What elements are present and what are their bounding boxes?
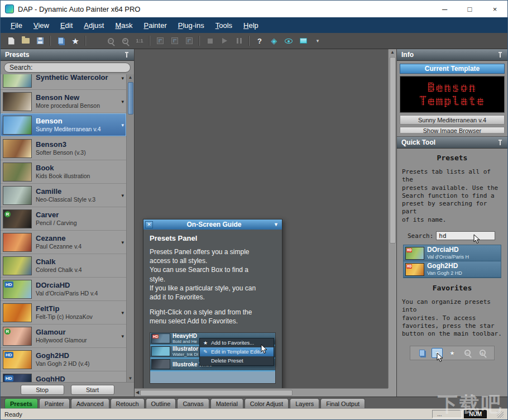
tab-painter[interactable]: Painter bbox=[39, 398, 70, 408]
preset-row-benson-new[interactable]: Benson NewMore procedural Benson▾ bbox=[1, 90, 126, 113]
preset-row-felttip[interactable]: FeltTipFelt-Tip (c) HonzaKov▾ bbox=[1, 301, 126, 324]
scrollbar-thumb[interactable] bbox=[140, 390, 292, 396]
preset-row-goghhd[interactable]: HDGoghHDVan Gogh HD (Church)▾ bbox=[1, 371, 126, 382]
scrollbar-thumb[interactable] bbox=[390, 57, 396, 244]
qt-zoom-out-button[interactable]: − bbox=[462, 348, 473, 358]
canvas-vertical-scrollbar[interactable]: ▲ bbox=[388, 49, 396, 388]
qt-result-dorciahd[interactable]: HDDOrciaHDVal d'Orcia/Paris H bbox=[404, 245, 501, 261]
presets-search-input[interactable]: Search: bbox=[4, 63, 131, 73]
tab-final-output[interactable]: Final Output bbox=[320, 398, 365, 408]
stop-button[interactable]: Stop bbox=[21, 385, 64, 395]
menu-item-plug-ins[interactable]: Plug-ins bbox=[172, 19, 210, 32]
layers-view-button[interactable]: ◈ bbox=[267, 34, 281, 47]
scroll-down-icon[interactable]: ▼ bbox=[128, 375, 133, 382]
tab-retouch[interactable]: Retouch bbox=[111, 398, 145, 408]
minimize-button[interactable]: ─ bbox=[432, 1, 457, 17]
guide-close-icon[interactable]: ✕ bbox=[145, 221, 153, 228]
guide-collapse-icon[interactable]: ▼ bbox=[274, 222, 279, 227]
qt-search-results: HDDOrciaHDVal d'Orcia/Paris HHDGogh2HDVa… bbox=[403, 245, 501, 278]
qt-result-gogh2hd[interactable]: HDGogh2HDVan Gogh 2 HD bbox=[404, 261, 501, 278]
menu-item-help[interactable]: Help bbox=[238, 19, 264, 32]
preset-row-synthetic-watercolor[interactable]: Synthetic Watercolor▾ bbox=[1, 74, 126, 90]
scrollbar-thumb[interactable] bbox=[128, 82, 133, 114]
preset-row-gogh2hd[interactable]: HDGogh2HDVan Gogh 2 HD (v.4) bbox=[1, 348, 126, 371]
qt-zoom-in-button[interactable]: + bbox=[477, 348, 488, 358]
start-button[interactable]: Start bbox=[71, 385, 114, 395]
preset-row-carver[interactable]: RCarverPencil / Carving bbox=[1, 207, 126, 231]
preset-menu-arrow-icon[interactable]: ▾ bbox=[121, 240, 124, 245]
menu-item-view[interactable]: View bbox=[28, 19, 55, 32]
pin-icon[interactable] bbox=[497, 51, 503, 58]
preset-description: Neo-Classical Style v.3 bbox=[36, 196, 95, 203]
preset-row-benson3[interactable]: Benson3Softer Benson (v.3) bbox=[1, 137, 126, 160]
menu-item-tools[interactable]: Tools bbox=[210, 19, 238, 32]
tab-material[interactable]: Material bbox=[210, 398, 243, 408]
menu-item-edit[interactable]: Edit bbox=[55, 19, 78, 32]
preset-row-glamour[interactable]: RGlamourHollywood Glamour▾ bbox=[1, 324, 126, 348]
preset-row-chalk[interactable]: ChalkColored Chalk v.4 bbox=[1, 254, 126, 278]
preset-row-dorciahd[interactable]: HDDOrciaHDVal d'Orcia/Paris HD v.4 bbox=[1, 278, 126, 301]
preset-name: Synthetic Watercolor bbox=[36, 74, 108, 82]
duplicate-button[interactable] bbox=[54, 34, 68, 47]
new-document-button[interactable] bbox=[4, 34, 18, 47]
qt-favorites-button[interactable]: ★ bbox=[432, 348, 443, 358]
context-menu-item-edit-in-template-editor[interactable]: ✎Edit in Template Editor bbox=[200, 347, 274, 356]
tab-canvas[interactable]: Canvas bbox=[177, 398, 209, 408]
preset-description: Paul Cezanne v.4 bbox=[36, 243, 82, 250]
menu-item-painter[interactable]: Painter bbox=[138, 19, 172, 32]
qt-search-input[interactable]: hd bbox=[436, 231, 495, 240]
preset-menu-arrow-icon[interactable]: ▾ bbox=[121, 380, 124, 382]
maximize-button[interactable]: □ bbox=[457, 1, 482, 17]
menu-item-file[interactable]: File bbox=[5, 19, 28, 32]
preset-rows: Synthetic Watercolor▾Benson NewMore proc… bbox=[1, 74, 126, 382]
preset-menu-arrow-icon[interactable]: ▾ bbox=[121, 99, 124, 104]
guide-title-bar: ✕ On-Screen Guide ▼ bbox=[143, 219, 282, 230]
qt-favorites-edit-button[interactable]: ★ bbox=[447, 348, 458, 358]
toolbar-options-icon: ▾ bbox=[317, 38, 319, 44]
preset-list-scrollbar[interactable]: ▲ ▼ bbox=[126, 74, 134, 382]
qt-duplicate-button[interactable] bbox=[416, 348, 428, 358]
preview-button[interactable] bbox=[281, 34, 296, 47]
help-button[interactable]: ? bbox=[252, 34, 267, 47]
resize-grip[interactable] bbox=[497, 411, 504, 418]
duplicate-icon bbox=[419, 350, 425, 356]
tab-outline[interactable]: Outline bbox=[146, 398, 176, 408]
guide-context-menu: ★Add to Favorites...✎Edit in Template Ed… bbox=[199, 338, 274, 366]
favorites-button[interactable]: ★ bbox=[68, 34, 83, 47]
preset-menu-arrow-icon[interactable]: ▾ bbox=[121, 333, 124, 339]
preset-row-camille[interactable]: CamilleNeo-Classical Style v.3▾ bbox=[1, 184, 126, 207]
preset-row-benson[interactable]: BensonSunny Mediterranean v.4▾ bbox=[1, 113, 126, 137]
preset-row-cezanne[interactable]: CezannePaul Cezanne v.4▾ bbox=[1, 231, 126, 254]
tab-presets[interactable]: Presets bbox=[4, 398, 38, 408]
context-menu-item-add-to-favorites[interactable]: ★Add to Favorites... bbox=[200, 338, 274, 347]
scroll-up-icon[interactable]: ▲ bbox=[128, 74, 133, 81]
preset-text: Benson3Softer Benson (v.3) bbox=[36, 141, 86, 156]
pin-icon[interactable] bbox=[497, 139, 503, 146]
preset-row-book[interactable]: BookKids Book illustration bbox=[1, 160, 126, 184]
scroll-up-icon[interactable]: ▲ bbox=[390, 49, 395, 56]
menu-item-mask[interactable]: Mask bbox=[109, 19, 138, 32]
help-icon: ? bbox=[257, 37, 262, 45]
close-button[interactable]: × bbox=[482, 1, 507, 17]
pin-icon[interactable] bbox=[124, 51, 130, 58]
preset-menu-arrow-icon[interactable]: ▾ bbox=[121, 122, 124, 128]
new-document-icon bbox=[8, 37, 15, 45]
tab-color-adjust[interactable]: Color Adjust bbox=[245, 398, 289, 408]
screen-preview-button[interactable] bbox=[296, 34, 310, 47]
tab-layers[interactable]: Layers bbox=[290, 398, 319, 408]
context-menu-item-delete-preset[interactable]: Delete Preset bbox=[200, 356, 274, 365]
preset-menu-arrow-icon[interactable]: ▾ bbox=[121, 75, 124, 81]
show-image-browser-button[interactable]: Show Image Browser bbox=[400, 127, 505, 133]
toolbar-options-button[interactable]: ▾ bbox=[310, 34, 325, 47]
tab-advanced[interactable]: Advanced bbox=[71, 398, 109, 408]
preset-text: Benson NewMore procedural Benson bbox=[36, 94, 100, 109]
save-button[interactable] bbox=[33, 34, 47, 47]
menu-item-adjust[interactable]: Adjust bbox=[78, 19, 109, 32]
preset-text: Synthetic Watercolor bbox=[36, 74, 108, 82]
canvas-horizontal-scrollbar[interactable]: ◀ bbox=[135, 388, 388, 397]
open-file-button[interactable] bbox=[18, 34, 33, 47]
scroll-left-icon[interactable]: ◀ bbox=[136, 389, 139, 396]
preset-menu-arrow-icon[interactable]: ▾ bbox=[121, 193, 124, 198]
preset-menu-arrow-icon[interactable]: ▾ bbox=[121, 310, 124, 316]
preset-description: Hollywood Glamour bbox=[36, 337, 87, 343]
